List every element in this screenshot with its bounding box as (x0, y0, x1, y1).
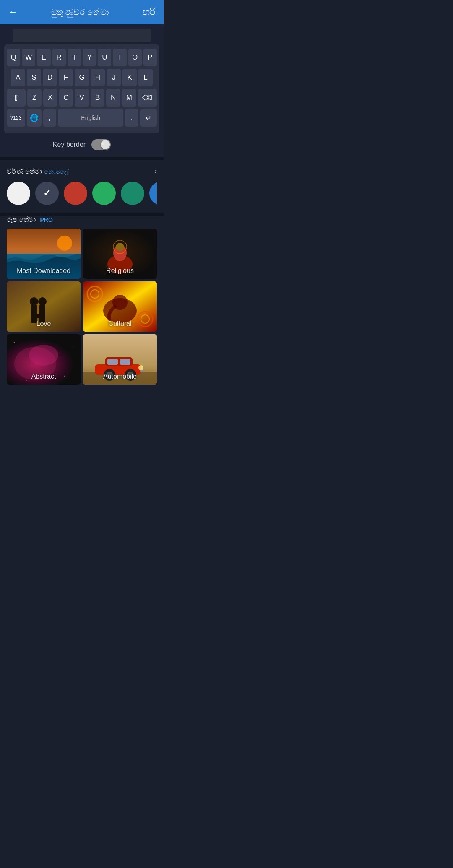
theme-card-label-cultural: Cultural (83, 320, 157, 327)
keyboard-row-3: ⇧ Z X C V B N M ⌫ (7, 89, 157, 107)
enter-key[interactable]: ↵ (140, 109, 157, 127)
period-key[interactable]: . (125, 109, 138, 127)
key-w[interactable]: W (22, 49, 35, 66)
key-z[interactable]: Z (27, 89, 42, 107)
theme-card-label-love: Love (7, 320, 81, 327)
key-p[interactable]: P (143, 49, 157, 66)
svg-rect-39 (140, 370, 143, 372)
color-swatches-container: ✓ (7, 182, 157, 207)
theme-card-label-automobile: Automobile (83, 373, 157, 380)
key-s[interactable]: S (27, 69, 41, 86)
key-q[interactable]: Q (7, 49, 20, 66)
key-o[interactable]: O (128, 49, 142, 66)
color-section: වර්ණ තේමා නොමිලේ › ✓ (0, 160, 164, 213)
image-section: රූප තේමා PRO (0, 216, 164, 385)
theme-card-abstract[interactable]: Abstract (7, 334, 81, 385)
key-r[interactable]: R (52, 49, 66, 66)
spacebar[interactable]: English (58, 109, 123, 127)
svg-point-2 (57, 236, 72, 251)
theme-card-label-most-downloaded: Most Downloaded (7, 267, 81, 275)
key-x[interactable]: X (43, 89, 57, 107)
section-divider (0, 157, 164, 160)
globe-key[interactable]: 🌐 (27, 109, 42, 127)
swatch-check-icon: ✓ (43, 188, 51, 199)
key-n[interactable]: N (106, 89, 120, 107)
key-u[interactable]: U (98, 49, 111, 66)
color-section-chevron[interactable]: › (154, 167, 157, 176)
pro-badge: PRO (40, 216, 52, 223)
keyboard-row-2: A S D F G H J K L (7, 69, 157, 86)
swatch-white[interactable] (7, 182, 30, 205)
theme-card-automobile[interactable]: Automobile (83, 334, 157, 385)
key-v[interactable]: V (75, 89, 89, 107)
key-e[interactable]: E (37, 49, 50, 66)
key-y[interactable]: Y (83, 49, 96, 66)
ok-button[interactable]: හරි (143, 7, 155, 18)
key-g[interactable]: G (75, 69, 89, 86)
color-section-title: වර්ණ තේමා (7, 168, 42, 175)
image-section-title: රූප තේමා (7, 216, 36, 223)
color-section-title-group: වර්ණ තේමා නොමිලේ (7, 168, 69, 175)
theme-card-love[interactable]: Love (7, 281, 81, 332)
swatch-red[interactable] (64, 182, 87, 205)
key-m[interactable]: M (122, 89, 136, 107)
theme-card-label-religious: Religious (83, 267, 157, 275)
svg-rect-13 (36, 314, 40, 318)
theme-card-religious[interactable]: Religious (83, 229, 157, 279)
swatch-green[interactable] (92, 182, 116, 205)
color-section-subtitle: නොමිලේ (44, 168, 69, 175)
symbols-key[interactable]: ?123 (7, 109, 25, 127)
swatch-blue[interactable] (149, 182, 157, 205)
back-button[interactable]: ← (8, 7, 18, 18)
key-f[interactable]: F (59, 69, 73, 86)
keyboard-row-1: Q W E R T Y U I O P (7, 49, 157, 66)
key-i[interactable]: I (113, 49, 126, 66)
swatch-teal[interactable] (121, 182, 144, 205)
theme-grid: Most Downloaded (7, 229, 157, 385)
key-t[interactable]: T (68, 49, 81, 66)
swatch-dark[interactable]: ✓ (35, 182, 59, 205)
theme-card-label-abstract: Abstract (7, 373, 81, 380)
color-section-header: වර්ණ තේමා නොමිලේ › (7, 167, 157, 176)
keyboard-preview (13, 29, 151, 42)
key-border-row: Key border (0, 133, 164, 157)
section-divider-2 (0, 213, 164, 216)
key-b[interactable]: B (91, 89, 105, 107)
key-border-label: Key border (53, 141, 86, 148)
keyboard-row-4: ?123 🌐 , English . ↵ (7, 109, 157, 127)
key-c[interactable]: C (59, 89, 73, 107)
backspace-key[interactable]: ⌫ (138, 89, 157, 107)
svg-point-25 (73, 346, 73, 347)
svg-rect-32 (107, 359, 118, 365)
key-a[interactable]: A (11, 69, 25, 86)
theme-card-most-downloaded[interactable]: Most Downloaded (7, 229, 81, 279)
svg-point-6 (116, 243, 124, 251)
comma-key[interactable]: , (43, 109, 56, 127)
svg-point-38 (138, 365, 143, 370)
key-l[interactable]: L (138, 69, 153, 86)
svg-point-10 (30, 297, 38, 306)
svg-point-12 (38, 297, 47, 306)
app-header: ← මුතුණුවර තේමා හරි (0, 0, 164, 24)
svg-rect-33 (120, 359, 130, 365)
toggle-thumb (101, 140, 110, 149)
key-d[interactable]: D (43, 69, 57, 86)
svg-rect-1 (7, 254, 81, 279)
keyboard-section: Q W E R T Y U I O P A S D F G H J K L ⇧ … (0, 24, 164, 157)
image-section-header: රූප තේමා PRO (7, 216, 157, 223)
shift-key[interactable]: ⇧ (7, 89, 26, 107)
key-h[interactable]: H (91, 69, 105, 86)
key-j[interactable]: J (107, 69, 121, 86)
svg-point-24 (14, 342, 15, 343)
svg-point-23 (29, 345, 58, 366)
bottom-padding (0, 385, 164, 393)
theme-card-cultural[interactable]: Cultural (83, 281, 157, 332)
key-k[interactable]: K (122, 69, 137, 86)
page-title: මුතුණුවර තේමා (51, 8, 109, 17)
keyboard-container: Q W E R T Y U I O P A S D F G H J K L ⇧ … (4, 44, 159, 133)
key-border-toggle[interactable] (91, 139, 111, 150)
